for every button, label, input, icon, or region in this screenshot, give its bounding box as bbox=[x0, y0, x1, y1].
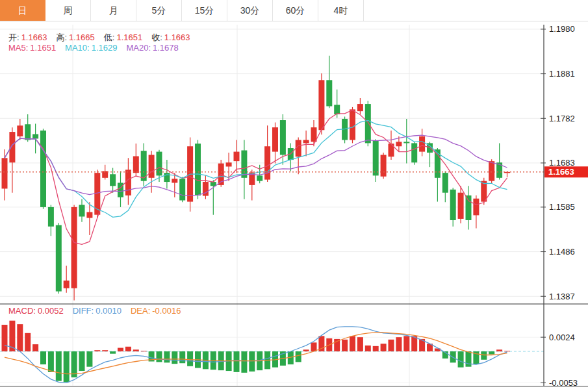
macd-bar bbox=[179, 351, 185, 363]
price-axis-label: 1.1881 bbox=[549, 69, 575, 79]
tab-15min[interactable]: 15分 bbox=[182, 0, 227, 21]
candle bbox=[211, 182, 216, 186]
candle bbox=[79, 205, 85, 216]
tab-month[interactable]: 月 bbox=[91, 0, 136, 21]
candle bbox=[2, 158, 8, 188]
candle bbox=[481, 181, 487, 202]
macd-bar bbox=[25, 333, 31, 351]
price-axis-label: 1.1980 bbox=[549, 24, 575, 34]
macd-bar bbox=[381, 344, 387, 351]
candle bbox=[118, 183, 123, 197]
candle bbox=[442, 173, 448, 193]
candle bbox=[56, 225, 62, 292]
price-axis-label: 1.1585 bbox=[549, 202, 575, 212]
candle bbox=[9, 132, 15, 162]
macd-bar bbox=[504, 351, 510, 351]
candle bbox=[71, 207, 77, 288]
candle bbox=[303, 140, 309, 144]
candle bbox=[17, 125, 23, 136]
ma5-line bbox=[5, 110, 507, 244]
candle bbox=[381, 155, 387, 176]
candle bbox=[64, 281, 70, 288]
candle bbox=[125, 170, 131, 196]
macd-bar bbox=[164, 351, 170, 362]
candle bbox=[334, 105, 340, 114]
candle bbox=[350, 109, 355, 140]
candle bbox=[373, 140, 379, 175]
tab-day[interactable]: 日 bbox=[0, 0, 45, 21]
candle bbox=[489, 161, 494, 181]
macd-bar bbox=[2, 325, 8, 351]
candle bbox=[32, 134, 38, 139]
candle bbox=[179, 179, 185, 200]
macd-bar bbox=[118, 348, 123, 351]
macd-bar bbox=[86, 351, 92, 367]
candle bbox=[458, 193, 464, 219]
candle bbox=[450, 190, 456, 220]
candle bbox=[48, 207, 54, 227]
macd-bar bbox=[396, 337, 402, 351]
macd-bar bbox=[40, 351, 46, 364]
macd-bar bbox=[357, 337, 363, 351]
candle bbox=[149, 155, 155, 177]
kline-chart-canvas[interactable]: 1.19801.18811.17821.16831.15851.14861.13… bbox=[0, 0, 588, 391]
interval-tabbar: 日周月5分15分30分60分4时 bbox=[0, 0, 588, 21]
macd-bar bbox=[234, 351, 240, 372]
candle bbox=[264, 146, 270, 179]
price-axis-label: 1.1683 bbox=[549, 158, 575, 168]
candle bbox=[110, 174, 116, 186]
candle bbox=[419, 136, 425, 152]
macd-bar bbox=[296, 351, 301, 362]
tab-60min[interactable]: 60分 bbox=[273, 0, 318, 21]
candle bbox=[234, 152, 240, 162]
candle bbox=[195, 144, 201, 196]
macd-bar bbox=[496, 349, 502, 351]
candle bbox=[172, 179, 177, 183]
candle bbox=[365, 104, 371, 143]
tab-5min[interactable]: 5分 bbox=[136, 0, 182, 21]
tab-week[interactable]: 周 bbox=[45, 0, 91, 21]
price-axis-label: 1.1782 bbox=[549, 114, 575, 123]
macd-bar bbox=[187, 351, 193, 366]
macd-bar bbox=[241, 351, 247, 373]
ma10-line bbox=[5, 120, 507, 217]
macd-bar bbox=[342, 340, 348, 351]
macd-bar bbox=[311, 342, 317, 351]
macd-bar bbox=[249, 351, 255, 372]
candle bbox=[466, 196, 472, 220]
candle bbox=[473, 199, 479, 216]
tab-30min[interactable]: 30分 bbox=[227, 0, 273, 21]
macd-bar bbox=[94, 350, 100, 351]
macd-axis-label: -0.0053 bbox=[549, 378, 578, 388]
macd-bar bbox=[157, 351, 162, 362]
macd-bar bbox=[79, 351, 85, 371]
candle bbox=[241, 151, 247, 178]
macd-bar bbox=[481, 351, 487, 360]
price-axis-label: 1.1387 bbox=[549, 292, 575, 301]
candle bbox=[357, 104, 363, 111]
macd-axis-label: 0.0024 bbox=[549, 333, 575, 342]
macd-bar bbox=[458, 351, 464, 368]
candle bbox=[403, 142, 409, 143]
macd-bar bbox=[350, 336, 355, 351]
macd-bar bbox=[64, 351, 70, 382]
macd-bar bbox=[102, 350, 108, 351]
candle bbox=[326, 80, 332, 106]
price-axis-label: 1.1486 bbox=[549, 247, 575, 257]
candle bbox=[226, 162, 232, 166]
macd-bar bbox=[365, 346, 371, 351]
macd-bar bbox=[110, 351, 116, 354]
candle bbox=[25, 124, 31, 140]
candle bbox=[272, 127, 278, 151]
tab-4hour[interactable]: 4时 bbox=[318, 0, 364, 21]
macd-bar bbox=[17, 324, 23, 351]
current-price-badge-value: 1.1663 bbox=[548, 167, 574, 177]
candle bbox=[411, 143, 417, 162]
candle bbox=[86, 212, 92, 218]
macd-bar bbox=[373, 346, 379, 351]
candle bbox=[396, 142, 402, 146]
macd-bar bbox=[56, 351, 62, 381]
kline-chart-app: 日周月5分15分30分60分4时 1.19801.18811.17821.168… bbox=[0, 0, 588, 391]
macd-bar bbox=[389, 340, 394, 351]
candle bbox=[318, 80, 324, 130]
